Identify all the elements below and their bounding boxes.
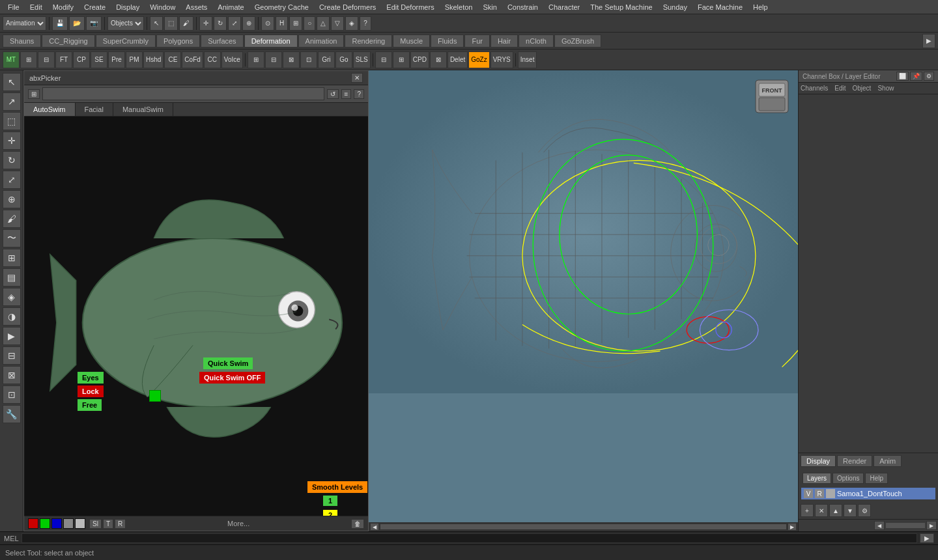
tool-select2[interactable]: ↗ [3,92,21,111]
rb-tab-anim[interactable]: Anim [874,455,902,467]
layer-v-check[interactable]: V [804,489,813,498]
tool-layers[interactable]: ▤ [3,268,21,287]
layer-r-check[interactable]: R [815,489,824,498]
tab-ncloth[interactable]: nCloth [519,35,554,48]
right-nav-object[interactable]: Object [853,85,872,92]
tb-q[interactable]: ? [360,16,371,31]
tool-move[interactable]: ✛ [3,132,21,150]
tb2-g2[interactable]: ⊟ [265,51,282,68]
menu-character[interactable]: Character [543,2,585,12]
menu-setup-machine[interactable]: The Setup Machine [585,2,657,12]
tb2-vrys[interactable]: VRYS [490,51,513,68]
layer-sub-options[interactable]: Options [832,473,864,484]
tb2-sls[interactable]: SLS [353,51,371,68]
abx-r-btn[interactable]: R [115,519,126,529]
tb2-cofd[interactable]: CoFd [182,51,203,68]
quick-swim-off-button[interactable]: Quick Swim OFF [199,372,265,384]
tb-universal[interactable]: ⊕ [242,16,255,31]
tab-polygons[interactable]: Polygons [156,35,200,48]
tb2-mt[interactable]: MT [3,51,20,68]
tab-shauns[interactable]: Shauns [3,35,41,48]
tool-universal[interactable]: ⊕ [3,190,21,208]
tool-curve[interactable]: 〜 [3,229,21,247]
right-gear-btn[interactable]: ⚙ [924,72,934,81]
tool-extra1[interactable]: ⊟ [3,346,21,365]
tab-muscle[interactable]: Muscle [393,35,430,48]
tb2-delet[interactable]: Delet [448,51,468,68]
right-nav-edit[interactable]: Edit [834,85,846,92]
abx-more-label[interactable]: More... [227,520,249,527]
tb2-g5[interactable]: ⊟ [375,51,392,68]
menu-edit[interactable]: Edit [25,2,48,12]
vp-scroll-left[interactable]: ◀ [370,523,379,531]
tb2-g6[interactable]: ⊞ [393,51,410,68]
tab-fluids[interactable]: Fluids [431,35,464,48]
menu-file[interactable]: File [3,2,25,12]
tool-extra4[interactable]: 🔧 [3,405,21,423]
abx-list[interactable]: ≡ [341,89,352,99]
tb2-inset[interactable]: Inset [518,51,537,68]
tool-anim[interactable]: ▶ [3,327,21,345]
tb-rotate[interactable]: ↻ [214,16,227,31]
tb2-gri[interactable]: Gri [318,51,335,68]
right-float-btn[interactable]: ⬜ [896,72,909,81]
tb-scale[interactable]: ⤢ [228,16,241,31]
viewport-cube[interactable]: FRONT [752,77,791,116]
menu-geometry-cache[interactable]: Geometry Cache [249,2,314,12]
right-pin-btn[interactable]: 📌 [910,72,922,81]
tab-fur[interactable]: Fur [464,35,490,48]
menu-modify[interactable]: Modify [48,2,79,12]
smooth-2-button[interactable]: 2 [323,510,337,516]
tb2-cpd[interactable]: CPD [410,51,429,68]
tb2-cc[interactable]: CC [204,51,221,68]
mel-run[interactable]: ▶ [920,533,934,543]
tool-select-arrow[interactable]: ↖ [3,73,21,91]
tb-snap-g[interactable]: ⊞ [289,16,302,31]
free-button[interactable]: Free [78,399,102,411]
abx-refresh[interactable]: ↺ [327,89,339,99]
tb-snap-s[interactable]: ◈ [345,16,358,31]
tb2-hshd[interactable]: Hshd [143,51,163,68]
small-green-square[interactable] [149,390,161,402]
abx-t-btn[interactable]: T [103,519,113,529]
layer-sub-help[interactable]: Help [865,473,888,484]
ri-up[interactable]: ▲ [829,504,842,517]
menu-constrain[interactable]: Constrain [502,2,543,12]
menu-skin[interactable]: Skin [477,2,502,12]
tb-soft[interactable]: ⊙ [261,16,274,31]
tab-supercrumbly[interactable]: SuperCrumbly [96,35,156,48]
rb-tab-render[interactable]: Render [837,455,872,467]
menu-create[interactable]: Create [79,2,111,12]
color-gray2[interactable] [75,518,85,529]
menu-edit-deformers[interactable]: Edit Deformers [381,2,439,12]
ri-dn[interactable]: ▼ [844,504,857,517]
tab-rendering[interactable]: Rendering [345,35,392,48]
mel-input[interactable] [21,533,917,543]
tb2-se[interactable]: SE [91,51,107,68]
layer-sub-layers[interactable]: Layers [803,473,831,484]
right-nav-show[interactable]: Show [877,85,894,92]
tb2-go[interactable]: Go [335,51,352,68]
smooth-levels-button[interactable]: Smooth Levels [307,481,367,493]
tb2-g7[interactable]: ⊠ [430,51,447,68]
tabs-scroll-right[interactable]: ▶ [922,34,935,48]
tool-grid[interactable]: ⊞ [3,249,21,267]
abx-icon-btn[interactable]: ⊞ [28,89,40,99]
menu-help[interactable]: Help [748,2,773,12]
tb2-g4[interactable]: ⊡ [300,51,317,68]
lock-button[interactable]: Lock [78,385,104,397]
tb-open[interactable]: 📂 [69,16,85,31]
tb2-pre[interactable]: Pre [108,51,125,68]
right-nav-channels[interactable]: Channels [801,85,828,92]
abx-name-input[interactable]: Sam1 [42,87,324,100]
tool-extra2[interactable]: ⊠ [3,366,21,384]
tool-lasso[interactable]: ⬚ [3,112,21,130]
tool-render[interactable]: ◈ [3,288,21,306]
menu-skeleton[interactable]: Skeleton [440,2,478,12]
color-red[interactable] [28,518,38,529]
abx-tab-facial[interactable]: Facial [76,103,113,116]
tb-hist[interactable]: H [276,16,288,31]
rp-scroll-left[interactable]: ◀ [874,521,885,530]
tab-surfaces[interactable]: Surfaces [201,35,243,48]
tb2-voice[interactable]: VoIce [221,51,243,68]
